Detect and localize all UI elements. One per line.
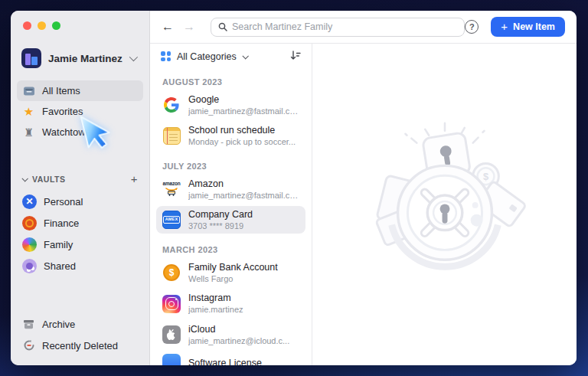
item-title: School run schedule (188, 124, 296, 136)
minimize-window-button[interactable] (38, 21, 46, 30)
content-area: All Categories AUGUST 2023 Googlejam (150, 44, 577, 365)
item-title: Software License (188, 357, 262, 365)
vault-item-shared[interactable]: Shared (17, 255, 143, 276)
sidebar-item-watchtower[interactable]: ♜ Watchtower (17, 122, 143, 142)
list-section-header: JULY 2023 (150, 153, 312, 175)
app-window: Jamie Martinez All Items ★ Favorites ♜ W… (11, 11, 577, 365)
item-title: Company Card (188, 208, 253, 221)
sidebar-item-label: Watchtower (42, 126, 94, 138)
item-subtitle: Wells Fargo (188, 273, 278, 284)
family-vault-icon (22, 237, 37, 252)
list-item-instagram[interactable]: Instagramjamie.martinez (156, 289, 305, 317)
category-filter-label[interactable]: All Categories (177, 51, 237, 62)
vault-door-empty-state-illustration: $ (361, 112, 528, 282)
sidebar-item-label: All Items (42, 85, 80, 96)
sidebar-item-label: Recently Deleted (42, 340, 118, 351)
svg-text:$: $ (482, 171, 488, 182)
forward-button: → (183, 20, 195, 34)
item-list: AUGUST 2023 Googlejamie_martinez@fastmai… (150, 69, 312, 365)
item-subtitle: jamie_martinez@fastmail.com (188, 190, 299, 201)
google-icon (162, 96, 181, 114)
item-subtitle: jamie_martinez@icloud.c... (188, 335, 289, 346)
chevron-down-icon (129, 53, 138, 61)
archive-icon (22, 318, 35, 331)
shared-vault-icon (22, 259, 37, 273)
list-section-header: MARCH 2023 (150, 237, 312, 259)
new-item-button[interactable]: + New Item (491, 17, 565, 37)
item-title: Instagram (188, 292, 243, 304)
plus-icon: + (501, 21, 508, 32)
vault-item-family[interactable]: Family (17, 234, 143, 255)
vault-item-finance[interactable]: Finance (17, 212, 143, 234)
sidebar-item-recently-deleted[interactable]: Recently Deleted (17, 335, 143, 356)
software-license-icon (162, 354, 181, 365)
item-subtitle: Monday - pick up to soccer... (188, 136, 296, 147)
list-item-icloud[interactable]: iCloudjamie_martinez@icloud.c... (156, 321, 305, 348)
categories-grid-icon (161, 51, 171, 61)
list-section-header: AUGUST 2023 (150, 69, 312, 91)
list-item-software-license[interactable]: Software License (156, 351, 305, 365)
account-switcher[interactable]: Jamie Martinez (18, 48, 142, 68)
finance-vault-icon (22, 216, 37, 231)
item-title: Google (188, 93, 299, 106)
sort-button[interactable] (290, 50, 301, 64)
item-title: iCloud (188, 323, 289, 335)
instagram-icon (162, 295, 181, 313)
amex-card-icon: AMEX (162, 211, 181, 229)
vault-item-personal[interactable]: ✕ Personal (17, 191, 143, 212)
sidebar-item-label: Archive (42, 319, 75, 330)
account-name: Jamie Martinez (48, 53, 122, 64)
recently-deleted-icon (22, 339, 35, 352)
vault-label: Finance (44, 217, 79, 229)
amazon-icon: amazon (162, 180, 181, 198)
list-item-google[interactable]: Googlejamie_martinez@fastmail.com (156, 91, 305, 119)
category-filter-bar: All Categories (150, 44, 312, 69)
search-icon (218, 22, 227, 31)
back-button[interactable]: ← (162, 20, 174, 34)
vaults-section-header[interactable]: VAULTS + (22, 173, 138, 185)
list-item-bank-account[interactable]: $ Family Bank AccountWells Fargo (156, 259, 305, 286)
item-title: Family Bank Account (188, 261, 278, 273)
sidebar-footer: Archive Recently Deleted (17, 313, 143, 356)
list-item-amazon[interactable]: amazon Amazonjamie_martinez@fastmail.com (156, 175, 305, 203)
vault-label: Personal (44, 196, 83, 208)
sidebar-nav: All Items ★ Favorites ♜ Watchtower (17, 80, 143, 142)
sidebar-item-label: Favorites (42, 106, 83, 117)
vault-label: Shared (44, 260, 76, 272)
personal-vault-icon: ✕ (22, 195, 37, 209)
window-controls (23, 21, 143, 30)
search-input[interactable] (232, 21, 457, 32)
account-avatar (21, 48, 41, 68)
list-item-school-note[interactable]: School run scheduleMonday - pick up to s… (156, 122, 305, 149)
item-list-panel: All Categories AUGUST 2023 Googlejam (150, 44, 312, 365)
all-items-icon (22, 84, 35, 97)
detail-panel: $ (312, 44, 577, 365)
zoom-window-button[interactable] (52, 21, 60, 30)
main-column: ← → ? + New Item All Categories (150, 11, 577, 365)
close-window-button[interactable] (23, 21, 31, 30)
item-subtitle: jamie_martinez@fastmail.com (188, 106, 299, 116)
add-vault-button[interactable]: + (131, 173, 138, 185)
item-subtitle: jamie.martinez (188, 304, 243, 315)
sidebar-item-archive[interactable]: Archive (17, 313, 143, 335)
sidebar-item-all-items[interactable]: All Items (17, 80, 143, 101)
sidebar-item-favorites[interactable]: ★ Favorites (17, 101, 143, 122)
secure-note-icon (162, 126, 181, 145)
item-title: Amazon (188, 178, 299, 190)
vaults-list: ✕ Personal Finance Family Shared (17, 191, 143, 276)
chevron-down-icon[interactable] (242, 53, 248, 59)
desktop-background: Jamie Martinez All Items ★ Favorites ♜ W… (0, 0, 588, 376)
bank-coin-icon: $ (162, 263, 181, 282)
star-icon: ★ (22, 105, 35, 118)
help-icon[interactable]: ? (465, 20, 479, 34)
watchtower-icon: ♜ (22, 126, 35, 139)
chevron-down-icon (21, 175, 28, 181)
vault-label: Family (44, 239, 73, 250)
apple-icon (162, 325, 181, 344)
toolbar: ← → ? + New Item (150, 11, 577, 44)
item-subtitle: 3703 **** 8919 (188, 221, 253, 231)
list-item-company-card[interactable]: AMEX Company Card3703 **** 8919 (156, 206, 305, 234)
vaults-header-label: VAULTS (32, 175, 65, 184)
search-field[interactable] (211, 18, 465, 37)
new-item-label: New Item (513, 21, 555, 32)
